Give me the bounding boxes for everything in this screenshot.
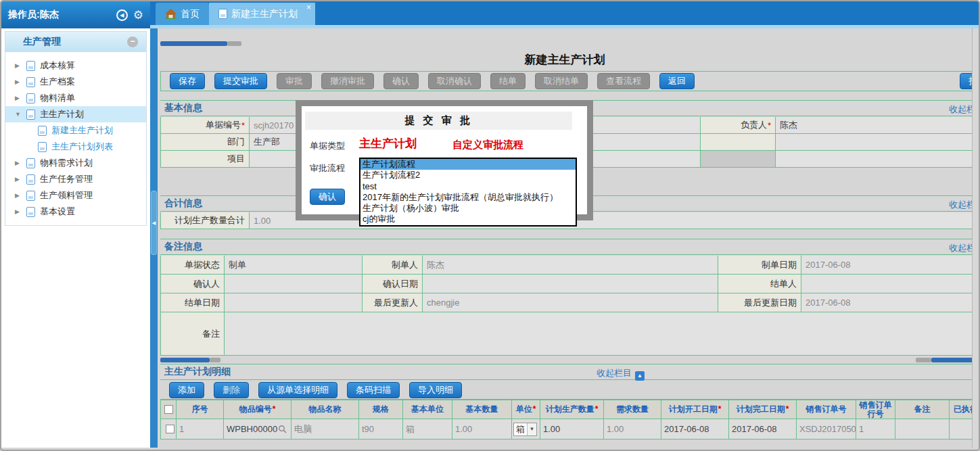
select-all-checkbox[interactable] — [164, 405, 173, 414]
import-detail-button[interactable]: 导入明细 — [409, 382, 462, 398]
sidebar-splitter[interactable]: ◀ — [150, 28, 158, 448]
cell-item-code[interactable]: WPBH00000 — [224, 419, 291, 440]
page-icon — [26, 61, 35, 71]
back-button[interactable]: 返回 — [659, 73, 695, 89]
revoke-approval-button[interactable]: 撤消审批 — [321, 73, 374, 89]
cell-item-name: 电脑 — [291, 419, 359, 440]
sidebar-item-material-requirement[interactable]: ▶物料需求计划 — [5, 155, 146, 171]
tab-current[interactable]: 新建主生产计划 × — [209, 3, 315, 25]
section-totals-title: 合计信息 — [160, 197, 202, 210]
dept-label: 部门 — [161, 134, 250, 151]
cancel-confirm-button[interactable]: 取消确认 — [428, 73, 481, 89]
vertical-scrollbar[interactable] — [972, 28, 977, 448]
cell-unit: 箱▼ — [512, 419, 540, 440]
dialog-confirm-button[interactable]: 确认 — [310, 189, 345, 205]
sidebar-item-master-plan-list[interactable]: 主生产计划列表 — [5, 139, 146, 155]
collapse-sidebar-icon[interactable]: ◀ — [116, 9, 128, 21]
expand-arrow-icon[interactable]: ▶ — [15, 95, 22, 101]
collapse-up-icon[interactable]: ▲ — [635, 371, 645, 381]
settings-gear-icon[interactable]: ⚙ — [133, 8, 143, 22]
submit-approval-button[interactable]: 提交审批 — [214, 73, 267, 89]
approve-button[interactable]: 审批 — [277, 73, 312, 89]
unit-select[interactable]: 箱▼ — [513, 423, 537, 436]
cell-base-qty: 1.00 — [452, 419, 512, 440]
expand-arrow-icon[interactable]: ▶ — [15, 160, 22, 166]
flow-label: 审批流程 — [310, 162, 345, 174]
flow-option[interactable]: 2017年新的生产计划审批流程（胡总审批就执行） — [360, 192, 576, 203]
search-icon[interactable] — [278, 425, 287, 433]
make-date-label: 制单日期 — [718, 256, 801, 275]
cell-plan-qty[interactable]: 1.00 — [540, 419, 604, 440]
section-detail-header: 主生产计划明细 收起栏目▲ — [160, 364, 972, 380]
splitter-collapse-icon[interactable]: ◀ — [151, 191, 157, 255]
close-bill-button[interactable]: 结单 — [490, 73, 526, 89]
close-tab-icon[interactable]: × — [306, 4, 311, 11]
row-checkbox[interactable] — [166, 425, 174, 433]
flow-option[interactable]: 生产计划流程 — [360, 159, 576, 170]
sidebar-item-production-archive[interactable]: ▶生产档案 — [5, 74, 146, 90]
cell-plan-start[interactable]: 2017-06-08 — [661, 419, 729, 440]
flow-listbox[interactable]: 生产计划流程 生产计划流程2 test 2017年新的生产计划审批流程（胡总审批… — [359, 158, 577, 227]
expand-arrow-icon[interactable]: ▶ — [15, 176, 22, 183]
expand-arrow-icon[interactable]: ▶ — [15, 78, 22, 85]
page-icon — [26, 158, 35, 168]
disabled-label — [701, 151, 776, 168]
expand-arrow-icon[interactable]: ▶ — [15, 192, 22, 199]
doc-type-value: 主生产计划 — [359, 136, 417, 151]
submit-approval-dialog: 提 交 审 批 单据类型 主生产计划 自定义审批流程 审批流程 生产计划流程 生… — [296, 100, 593, 220]
section-detail-title: 主生产计划明细 — [160, 366, 231, 378]
horizontal-scrollbar-thumb[interactable] — [160, 41, 227, 46]
flow-option[interactable]: 生产计划流程2 — [360, 170, 576, 181]
horizontal-scrollbar-thumb[interactable] — [160, 358, 210, 362]
delete-row-button[interactable]: 删除 — [214, 382, 249, 398]
confirm-button[interactable]: 确认 — [383, 73, 419, 89]
flow-option[interactable]: cj的审批 — [360, 214, 576, 224]
barcode-scan-button[interactable]: 条码扫描 — [347, 382, 400, 398]
owner-value[interactable]: 陈杰 — [776, 117, 972, 134]
add-row-button[interactable]: 添加 — [169, 382, 204, 398]
horizontal-scrollbar-track[interactable] — [210, 358, 220, 362]
doc-no-label: 单据编号* — [161, 117, 250, 134]
collapse-panel-icon[interactable]: − — [127, 37, 138, 47]
print-button[interactable]: 打印 — [960, 73, 972, 89]
dialog-title: 提 交 审 批 — [305, 112, 572, 130]
sidebar-item-material-requisition[interactable]: ▶生产领料管理 — [5, 187, 146, 204]
sidebar-item-new-master-plan[interactable]: 新建主生产计划 — [5, 122, 146, 139]
collapse-detail-link[interactable]: 收起栏目▲ — [597, 367, 645, 381]
remark-value[interactable] — [225, 312, 972, 356]
page-icon — [26, 93, 35, 103]
make-date-value: 2017-06-08 — [801, 256, 972, 275]
flow-option[interactable]: 生产计划（杨小波）审批 — [360, 203, 576, 214]
sidebar-item-bom[interactable]: ▶物料清单 — [5, 90, 146, 106]
view-flow-button[interactable]: 查看流程 — [597, 73, 650, 89]
collapse-arrow-icon[interactable]: ▼ — [15, 111, 22, 118]
tab-home[interactable]: 首页 — [156, 3, 209, 25]
horizontal-scrollbar-track[interactable] — [227, 41, 241, 46]
document-icon — [218, 9, 227, 19]
horizontal-scrollbar-track[interactable] — [916, 358, 931, 362]
collapse-totals-link[interactable]: 收起栏目 — [949, 199, 972, 211]
cell-remark[interactable] — [895, 419, 950, 440]
horizontal-scrollbar-thumb[interactable] — [931, 358, 972, 362]
cancel-close-bill-button[interactable]: 取消结单 — [535, 73, 588, 89]
save-button[interactable]: 保存 — [170, 73, 205, 89]
detail-toolbar: 添加 删除 从源单选择明细 条码扫描 导入明细 — [160, 381, 972, 400]
collapse-remarks-link[interactable]: 收起栏目 — [949, 242, 972, 254]
expand-arrow-icon[interactable]: ▶ — [15, 62, 22, 69]
sidebar-item-basic-settings[interactable]: ▶基本设置 — [5, 204, 146, 220]
sidebar-panel-header[interactable]: 生产管理 − — [5, 32, 146, 52]
flow-option[interactable]: test — [360, 181, 576, 192]
cell-plan-finish[interactable]: 2017-06-08 — [729, 419, 797, 440]
col-remark: 备注 — [895, 400, 950, 419]
cell-spec: t90 — [359, 419, 403, 440]
expand-arrow-icon[interactable]: ▶ — [15, 208, 22, 215]
sidebar-item-cost-accounting[interactable]: ▶成本核算 — [5, 57, 146, 74]
empty-value — [776, 151, 972, 168]
status-value: 制单 — [225, 256, 363, 275]
page-title: 新建主生产计划 — [158, 52, 972, 68]
maker-value: 陈杰 — [423, 256, 718, 275]
sidebar-item-master-plan[interactable]: ▼主生产计划 — [5, 106, 146, 122]
select-from-source-button[interactable]: 从源单选择明细 — [258, 382, 337, 398]
collapse-basic-link[interactable]: 收起栏目 — [949, 103, 972, 116]
sidebar-item-production-task[interactable]: ▶生产任务管理 — [5, 171, 146, 187]
